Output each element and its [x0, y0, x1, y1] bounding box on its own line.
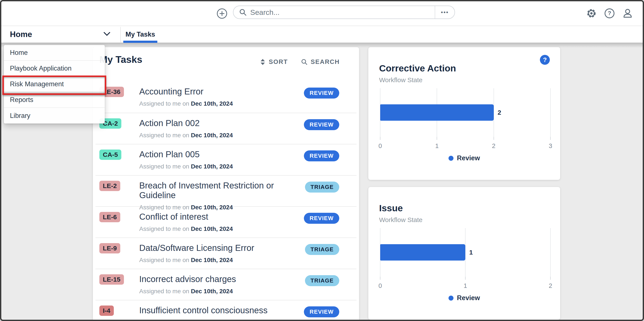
task-title: Accounting Error: [139, 87, 304, 96]
task-id-badge: LE-2: [99, 181, 120, 191]
chart-title: Issue: [379, 203, 403, 213]
task-id-badge: LE-15: [99, 274, 124, 285]
settings-gear-icon[interactable]: [586, 8, 597, 19]
tab-my-tasks[interactable]: My Tasks: [123, 26, 157, 43]
task-title: Incorrect advisor charges: [139, 274, 305, 284]
bar-chart-plot: 2: [380, 88, 550, 137]
menu-item-playbook-application[interactable]: Playbook Application: [4, 61, 105, 76]
status-badge: REVIEW: [304, 119, 339, 130]
status-badge: TRIAGE: [305, 244, 339, 255]
task-row[interactable]: LE-2 Breach of Investment Restriction or…: [96, 175, 356, 206]
corrective-action-chart-card: ? Corrective Action Workflow State 2 012…: [368, 47, 560, 180]
app-window: ••• ?: [0, 0, 644, 321]
menu-item-home[interactable]: Home: [4, 45, 105, 61]
issue-chart-card: Issue Workflow State 1 012 Review: [368, 187, 560, 320]
task-id-badge: CA-5: [99, 150, 121, 160]
task-row[interactable]: LE-15 Incorrect advisor charges Assigned…: [96, 269, 356, 300]
chart-help-icon[interactable]: ?: [540, 55, 550, 65]
status-badge: TRIAGE: [305, 275, 339, 286]
task-id-badge: I-4: [99, 306, 114, 316]
bar-value-label: 2: [498, 109, 501, 116]
chart-subtitle: Workflow State: [379, 76, 422, 84]
task-title: Conflict of interest: [139, 212, 304, 222]
sort-icon: [260, 58, 266, 65]
chart-bar[interactable]: [380, 104, 494, 121]
divider: [120, 27, 121, 42]
task-assignment: Assigned to me on Dec 10th, 2024: [139, 100, 304, 107]
page-title: My Tasks: [99, 54, 142, 65]
task-assignment: Assigned to me on Dec 10th, 2024: [139, 288, 305, 295]
app-dropdown-menu: Home Playbook Application Risk Managemen…: [4, 45, 105, 124]
chart-bar[interactable]: [380, 244, 465, 261]
chevron-down-icon: [103, 31, 111, 37]
task-row[interactable]: LE-9 Data/Software Licensing Error Assig…: [96, 238, 356, 269]
sort-button[interactable]: SORT: [260, 58, 288, 65]
search-icon: [239, 8, 247, 16]
menu-item-library[interactable]: Library: [4, 108, 105, 124]
help-icon[interactable]: ?: [604, 8, 615, 19]
app-dropdown-toggle[interactable]: Home: [1, 26, 120, 43]
task-row[interactable]: CA-2 Action Plan 002 Assigned to me on D…: [96, 113, 356, 144]
bar-chart-plot: 1: [380, 228, 550, 277]
task-row[interactable]: CA-5 Action Plan 005 Assigned to me on D…: [96, 144, 356, 175]
task-row[interactable]: LE-36 Accounting Error Assigned to me on…: [96, 82, 356, 113]
app-dropdown-label: Home: [10, 30, 32, 39]
task-assignment: Assigned to me on Dec 10th, 2024: [139, 132, 304, 139]
legend-dot-icon: [448, 296, 454, 301]
global-search: •••: [233, 5, 455, 19]
task-assignment: Assigned to me on Dec 10th, 2024: [139, 204, 305, 211]
chart-title: Corrective Action: [379, 63, 456, 74]
task-id-badge: LE-9: [99, 243, 120, 253]
task-row[interactable]: I-4 Insufficient control consciousness A…: [96, 300, 356, 321]
chart-legend: Review: [368, 154, 560, 162]
task-assignment: Assigned to me on Dec 10th, 2024: [139, 163, 304, 170]
x-axis-labels: 0123: [380, 143, 550, 150]
search-input[interactable]: [247, 8, 435, 16]
task-title: Action Plan 005: [139, 150, 304, 159]
task-title: Action Plan 002: [139, 118, 304, 128]
status-badge: TRIAGE: [305, 181, 339, 192]
menu-item-reports[interactable]: Reports: [4, 92, 105, 108]
svg-text:?: ?: [608, 10, 611, 16]
task-title: Breach of Investment Restriction or Guid…: [139, 181, 305, 200]
search-tasks-button[interactable]: SEARCH: [301, 58, 340, 65]
task-assignment: Assigned to me on Dec 10th, 2024: [139, 257, 305, 264]
user-profile-icon[interactable]: [622, 8, 633, 19]
chart-legend: Review: [368, 294, 560, 302]
bar-value-label: 1: [469, 249, 473, 256]
task-title: Insufficient control consciousness: [139, 306, 304, 315]
search-options-button[interactable]: •••: [435, 6, 454, 18]
active-tab-indicator: [123, 41, 157, 43]
status-badge: REVIEW: [304, 213, 339, 224]
my-tasks-panel: My Tasks SORT SEARCH: [93, 47, 359, 321]
status-badge: REVIEW: [304, 306, 339, 317]
task-assignment: Assigned to me on Dec 10th, 2024: [139, 225, 304, 232]
menu-item-risk-management[interactable]: Risk Management: [4, 76, 105, 92]
chart-subtitle: Workflow State: [379, 216, 422, 224]
create-button[interactable]: [216, 8, 228, 19]
search-icon: [301, 58, 308, 65]
task-title: Data/Software Licensing Error: [139, 243, 305, 253]
task-list: LE-36 Accounting Error Assigned to me on…: [96, 82, 356, 321]
legend-dot-icon: [448, 156, 454, 161]
top-bar: ••• ?: [1, 1, 643, 26]
x-axis-labels: 012: [380, 282, 550, 290]
status-badge: REVIEW: [304, 88, 339, 99]
nav-strip: Home My Tasks: [1, 26, 643, 43]
task-row[interactable]: LE-6 Conflict of interest Assigned to me…: [96, 206, 356, 238]
task-assignment: Assigned to me on Dec 10th, 2024: [139, 319, 304, 321]
task-id-badge: LE-6: [99, 212, 120, 222]
status-badge: REVIEW: [304, 150, 339, 161]
